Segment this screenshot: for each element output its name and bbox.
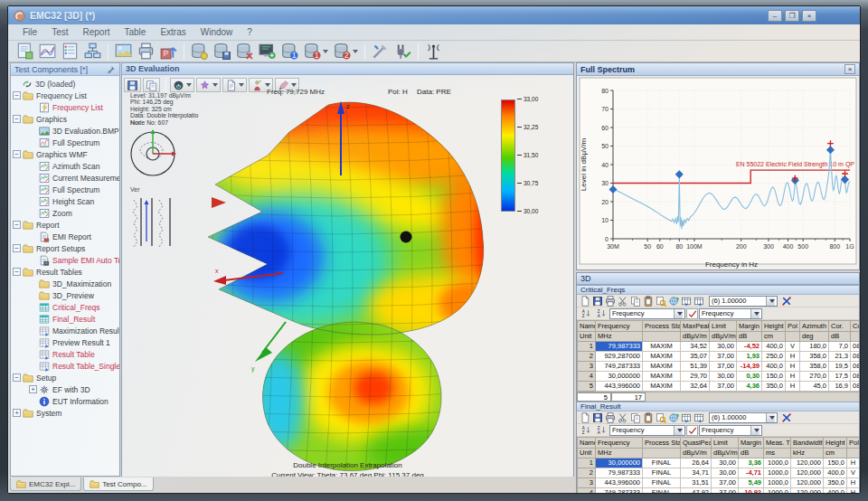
- chevron-down-icon[interactable]: [239, 83, 244, 87]
- minimize-button[interactable]: –: [768, 10, 782, 22]
- toolbar-db-red-1-button[interactable]: 1: [302, 42, 330, 61]
- table-save-button[interactable]: [592, 412, 603, 423]
- table-cut-button[interactable]: [618, 412, 628, 423]
- toolbar-db-red-2-button[interactable]: 2: [332, 42, 360, 61]
- column-header[interactable]: Name: [578, 438, 596, 449]
- column-header[interactable]: Height: [824, 438, 847, 449]
- tree-item[interactable]: −Result Tables: [11, 266, 119, 278]
- table-lookup-button[interactable]: [656, 296, 666, 307]
- column-header[interactable]: Height: [762, 321, 786, 332]
- tree-item[interactable]: EUT Information: [11, 395, 119, 407]
- table-row[interactable]: 5443,996000MAXIM32,6437,004,36350,0H45,0…: [578, 382, 860, 392]
- menu-item-table[interactable]: Table: [117, 26, 153, 38]
- menu-item-report[interactable]: Report: [75, 26, 117, 38]
- tree-item[interactable]: −Report: [11, 219, 119, 231]
- menu-item-extras[interactable]: Extras: [153, 26, 193, 38]
- column-header[interactable]: Limit: [710, 321, 737, 332]
- tree-item[interactable]: Full Spectrum: [11, 184, 119, 195]
- tree-item[interactable]: −Graphics WMF: [11, 148, 119, 160]
- section-header-Critical_Freqs[interactable]: Critical_Freqs: [577, 285, 859, 295]
- chevron-down-icon[interactable]: [291, 83, 297, 87]
- tree-item[interactable]: −Setup: [11, 372, 119, 383]
- tree-expander[interactable]: −: [13, 91, 21, 99]
- table-lookup-button[interactable]: [656, 412, 666, 423]
- tree-item[interactable]: 3D_Preview: [11, 289, 119, 301]
- table-row[interactable]: 3443,996000FINAL31,5137,005,491000,0120,…: [578, 478, 860, 488]
- table-refresh-globe-button[interactable]: [668, 296, 679, 307]
- sort-descending-button[interactable]: ZA: [595, 424, 609, 436]
- chevron-down-icon[interactable]: [186, 83, 192, 87]
- tree-expander[interactable]: −: [13, 115, 21, 123]
- tree-item[interactable]: Azimuth Scan: [11, 160, 119, 172]
- toolbar-report-test-button[interactable]: [60, 42, 80, 61]
- table-copy-button[interactable]: [630, 412, 641, 423]
- column-header[interactable]: Bandwidth: [791, 438, 824, 449]
- column-header[interactable]: Process State: [643, 321, 681, 332]
- tree-item[interactable]: Sample EMI Auto Test Report: [11, 254, 119, 266]
- column-header[interactable]: Frequency: [596, 321, 643, 332]
- chevron-down-icon[interactable]: [353, 50, 358, 53]
- tree-item[interactable]: Final_Result: [11, 313, 119, 325]
- section-header-Final_Result[interactable]: Final_Result: [577, 402, 859, 411]
- eval-doc-options-button[interactable]: [222, 78, 247, 92]
- column-header[interactable]: Comment: [851, 321, 860, 332]
- table-cut-button[interactable]: [618, 296, 628, 307]
- menu-item-?[interactable]: ?: [240, 26, 259, 38]
- menu-item-test[interactable]: Test: [44, 26, 75, 38]
- tree-item[interactable]: Result Table_Single: [11, 360, 119, 372]
- column-header[interactable]: Limit: [712, 438, 739, 449]
- chevron-down-icon[interactable]: [265, 83, 270, 87]
- node-marker-dot[interactable]: [401, 232, 412, 243]
- sort-ascending-button[interactable]: AZ: [580, 307, 593, 319]
- spectrum-chart[interactable]: 0102030405060708030M506080100M2003004005…: [577, 76, 859, 269]
- tree-item[interactable]: Current Measurement: [11, 172, 119, 184]
- sort-field-combo[interactable]: Frequency: [609, 308, 685, 319]
- tree-expander[interactable]: −: [13, 268, 21, 276]
- factor-combo[interactable]: (6) 1.00000: [709, 412, 778, 423]
- tree-item[interactable]: 3D (loaded): [11, 78, 119, 90]
- column-header[interactable]: Process State: [643, 438, 681, 449]
- table-col-del-button[interactable]: [693, 412, 704, 423]
- tree-expander[interactable]: −: [13, 373, 21, 382]
- column-header[interactable]: Frequency: [596, 438, 643, 449]
- tree-item[interactable]: −Graphics: [11, 113, 119, 125]
- tree-expander[interactable]: +: [29, 385, 37, 393]
- filter-check-icon[interactable]: [686, 425, 698, 436]
- tree-item[interactable]: −Report Setups: [11, 242, 119, 254]
- table-print-button[interactable]: [605, 296, 616, 307]
- factor-combo[interactable]: (6) 1.00000: [709, 296, 778, 307]
- chevron-down-icon[interactable]: [323, 50, 328, 53]
- tree-item[interactable]: +System: [11, 407, 119, 419]
- tree-item[interactable]: 3D_Maximization: [11, 278, 119, 289]
- column-header[interactable]: QuasiPeak: [681, 438, 712, 449]
- tree-item[interactable]: 3D Evaluation.BMP: [11, 125, 119, 137]
- toolbar-db-blue-1-button[interactable]: 1: [279, 42, 300, 61]
- toolbar-printer-button[interactable]: [136, 42, 156, 61]
- table-row[interactable]: 3749,287333MAXIM51,3937,00-14,39400,0H35…: [578, 362, 860, 372]
- table-paste-button[interactable]: [643, 296, 654, 307]
- tree-item[interactable]: EMI Report: [11, 231, 119, 242]
- explorer-tab[interactable]: Test Compo...: [83, 477, 153, 491]
- table-row[interactable]: 130,000000FINAL26,6430,003,361000,0120,0…: [578, 458, 860, 468]
- table-delete-button[interactable]: [781, 412, 792, 423]
- filter-check-icon[interactable]: [686, 308, 698, 319]
- tree-item[interactable]: Zoom: [11, 207, 119, 219]
- table-doc-new-button[interactable]: [580, 412, 590, 423]
- table-print-button[interactable]: [605, 412, 616, 423]
- tree-expander[interactable]: +: [13, 409, 21, 417]
- tree-item[interactable]: Result Table: [11, 348, 119, 360]
- eval-copy-button[interactable]: [143, 78, 160, 92]
- tree-item[interactable]: Critical_Freqs: [11, 301, 119, 313]
- toolbar-db-save-button[interactable]: [212, 42, 232, 61]
- column-header[interactable]: Name: [578, 321, 596, 332]
- table-col-add-button[interactable]: [681, 412, 692, 423]
- toolbar-db-x-button[interactable]: [234, 42, 255, 61]
- table-refresh-globe-button[interactable]: [668, 412, 679, 423]
- eval-save-button[interactable]: [124, 78, 141, 92]
- tree-item[interactable]: Frequency List: [11, 101, 119, 113]
- column-header[interactable]: Meas. T: [764, 438, 791, 449]
- sort-descending-button[interactable]: ZA: [595, 307, 609, 319]
- tree-item[interactable]: Preview Result 1: [11, 336, 119, 348]
- table-doc-new-button[interactable]: [580, 296, 590, 307]
- toolbar-plug-check-button[interactable]: [392, 42, 413, 61]
